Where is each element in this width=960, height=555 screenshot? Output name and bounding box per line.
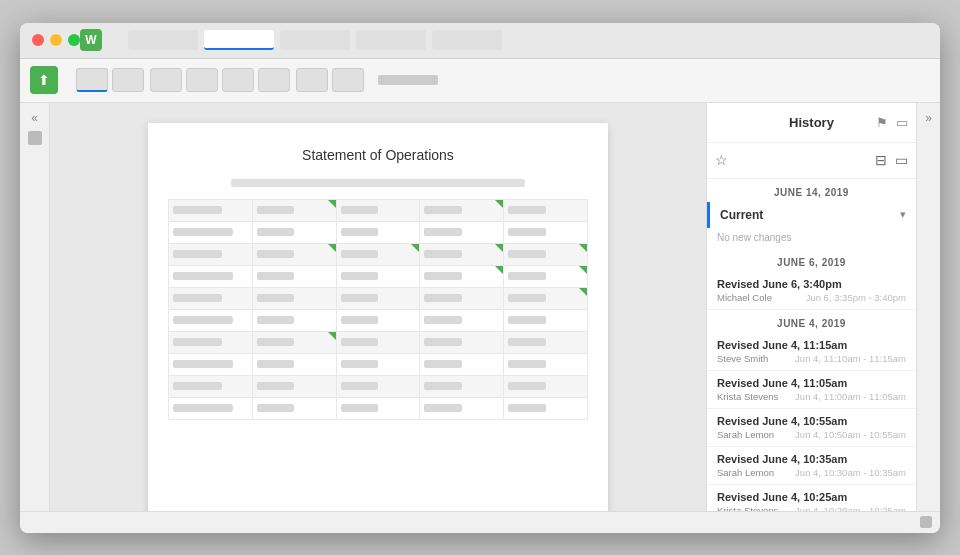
table-cell: [336, 353, 420, 375]
right-collapse-button[interactable]: »: [925, 111, 932, 125]
document-page: Statement of Operations: [148, 123, 608, 511]
history-item[interactable]: Revised June 4, 11:15am Steve Smith Jun …: [707, 333, 916, 371]
history-item[interactable]: Revised June 4, 10:55am Sarah Lemon Jun …: [707, 409, 916, 447]
panel-toolbar: ☆ ⊟ ▭: [707, 143, 916, 179]
left-sidebar: «: [20, 103, 50, 511]
table-cell: [420, 375, 504, 397]
table-cell: [420, 309, 504, 331]
toolbar-btn-4[interactable]: [186, 68, 218, 92]
green-corner-icon: [495, 244, 503, 252]
more-icon[interactable]: ▭: [895, 152, 908, 168]
document-title: Statement of Operations: [168, 147, 588, 163]
history-item-author: Sarah Lemon: [717, 467, 774, 478]
table-cell: [336, 243, 420, 265]
toolbar-search[interactable]: [378, 75, 438, 85]
title-tab-4[interactable]: [356, 30, 426, 50]
title-tab-1[interactable]: [128, 30, 198, 50]
green-corner-icon: [579, 266, 587, 274]
export-button[interactable]: ⬆: [30, 66, 58, 94]
title-tabs: [110, 30, 519, 50]
table-cell: [504, 331, 588, 353]
history-current-label: Current: [720, 208, 763, 222]
history-item[interactable]: Revised June 4, 10:25am Krista Stevens J…: [707, 485, 916, 511]
table-cell: [169, 221, 253, 243]
history-date-june14: JUNE 14, 2019: [707, 179, 916, 202]
table-cell: [252, 221, 336, 243]
table-cell: [252, 353, 336, 375]
history-item-meta: Sarah Lemon Jun 4, 10:30am - 10:35am: [717, 467, 906, 478]
toolbar-btn-5[interactable]: [222, 68, 254, 92]
history-item-title: Revised June 4, 10:55am: [717, 415, 906, 427]
star-icon[interactable]: ☆: [715, 152, 728, 168]
table-cell: [252, 397, 336, 419]
history-item-title: Revised June 4, 10:25am: [717, 491, 906, 503]
green-corner-icon: [328, 332, 336, 340]
history-item-meta: Steve Smith Jun 4, 11:10am - 11:15am: [717, 353, 906, 364]
right-outer-sidebar: »: [916, 103, 940, 511]
history-current-item[interactable]: Current ▾: [707, 202, 916, 228]
history-item-author: Steve Smith: [717, 353, 768, 364]
toolbar-group-2: [150, 68, 290, 92]
history-item[interactable]: Revised June 4, 10:35am Sarah Lemon Jun …: [707, 447, 916, 485]
bottom-square-icon: [920, 516, 932, 528]
minimize-button[interactable]: [50, 34, 62, 46]
filter-icon-2[interactable]: ⊟: [875, 152, 887, 168]
table-cell: [420, 265, 504, 287]
table-cell: [169, 331, 253, 353]
table-row: [169, 397, 588, 419]
close-panel-icon[interactable]: ▭: [896, 115, 908, 130]
table-cell: [504, 199, 588, 221]
title-tab-2[interactable]: [204, 30, 274, 50]
filter-icon[interactable]: ⚑: [876, 115, 888, 130]
table-cell: [504, 265, 588, 287]
toolbar-btn-7[interactable]: [296, 68, 328, 92]
table-cell: [336, 265, 420, 287]
green-corner-icon: [579, 244, 587, 252]
history-content: JUNE 14, 2019 Current ▾ No new changes J…: [707, 179, 916, 511]
table-cell: [336, 309, 420, 331]
title-tab-3[interactable]: [280, 30, 350, 50]
history-item-time: Jun 4, 11:10am - 11:15am: [795, 353, 906, 364]
history-item[interactable]: Revised June 6, 3:40pm Michael Cole Jun …: [707, 272, 916, 310]
chevron-down-icon: ▾: [900, 208, 906, 221]
app-window: W ⬆: [20, 23, 940, 533]
green-corner-icon: [328, 244, 336, 252]
table-cell: [336, 221, 420, 243]
table-cell: [504, 287, 588, 309]
table-cell: [420, 221, 504, 243]
table-cell: [420, 199, 504, 221]
table-cell: [169, 265, 253, 287]
sidebar-item-1[interactable]: [28, 131, 42, 145]
history-item[interactable]: Revised June 4, 11:05am Krista Stevens J…: [707, 371, 916, 409]
table-cell: [504, 375, 588, 397]
table-cell: [336, 199, 420, 221]
toolbar-btn-1[interactable]: [76, 68, 108, 92]
table-cell: [504, 221, 588, 243]
green-corner-icon: [495, 200, 503, 208]
left-collapse-button[interactable]: «: [31, 111, 38, 125]
green-corner-icon: [579, 288, 587, 296]
table-cell: [169, 397, 253, 419]
title-bar: W: [20, 23, 940, 59]
history-item-author: Michael Cole: [717, 292, 772, 303]
document-table: [168, 199, 588, 420]
table-cell: [252, 375, 336, 397]
history-item-time: Jun 6, 3:35pm - 3:40pm: [806, 292, 906, 303]
table-cell: [420, 287, 504, 309]
green-corner-icon: [495, 266, 503, 274]
maximize-button[interactable]: [68, 34, 80, 46]
toolbar-btn-3[interactable]: [150, 68, 182, 92]
green-corner-icon: [411, 244, 419, 252]
table-cell: [252, 309, 336, 331]
history-item-author: Krista Stevens: [717, 391, 778, 402]
export-icon: ⬆: [38, 72, 50, 88]
toolbar-btn-8[interactable]: [332, 68, 364, 92]
table-cell: [504, 243, 588, 265]
close-button[interactable]: [32, 34, 44, 46]
table-row: [169, 199, 588, 221]
title-tab-5[interactable]: [432, 30, 502, 50]
table-cell: [504, 353, 588, 375]
toolbar-btn-2[interactable]: [112, 68, 144, 92]
toolbar-btn-6[interactable]: [258, 68, 290, 92]
window-controls: [32, 34, 80, 46]
